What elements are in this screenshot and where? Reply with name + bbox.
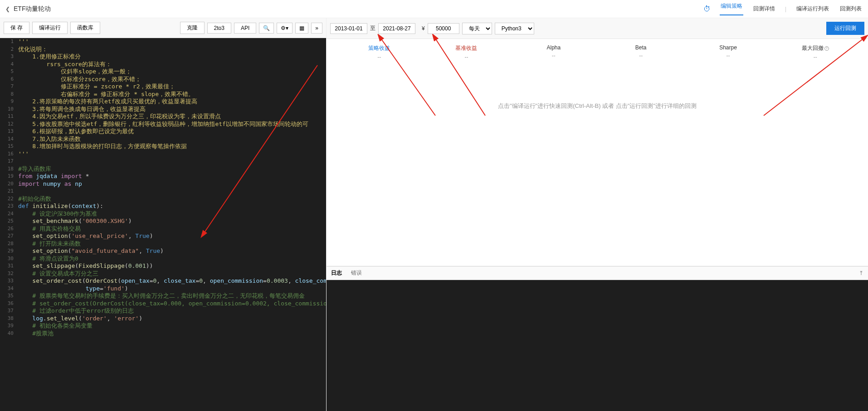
clone-button[interactable]: 克隆 (180, 22, 205, 34)
date-to-input[interactable] (378, 23, 415, 34)
help-icon[interactable]: ? (824, 46, 829, 51)
page-title: ETF动量轮动 (14, 5, 51, 13)
expand-icon[interactable]: ⤒ (859, 270, 863, 276)
code-editor[interactable]: 12345 678910 1112131415 1617181920 21222… (0, 38, 326, 411)
tab-edit-strategy[interactable]: 编辑策略 (720, 2, 743, 15)
metric-strategy-return: 策略收益 (336, 44, 423, 52)
search-icon[interactable]: 🔍 (259, 23, 274, 34)
date-from-input[interactable] (330, 23, 367, 34)
header: ❮ ETF动量轮动 ⏱ 编辑策略 回测详情 | 编译运行列表 回测列表 (0, 0, 868, 18)
api-button[interactable]: API (234, 23, 256, 34)
run-backtest-button[interactable]: 运行回测 (826, 22, 864, 35)
metric-sharpe: Sharpe (684, 44, 771, 51)
params-bar: 至 ¥ 每天 Python3 运行回测 (327, 18, 868, 39)
line-gutter: 12345 678910 1112131415 1617181920 21222… (0, 38, 16, 337)
left-panel: 保 存 编译运行 函数库 克隆 2to3 API 🔍 ⚙▾ ▦ » 12345 … (0, 18, 327, 411)
log-tab-error[interactable]: 错误 (351, 268, 362, 278)
metric-beta: Beta (597, 44, 684, 51)
metric-alpha: Alpha (510, 44, 597, 51)
log-tab-log[interactable]: 日志 (331, 268, 342, 278)
metric-benchmark-return: 基准收益 (423, 44, 510, 52)
grid-icon[interactable]: ▦ (295, 23, 308, 34)
save-button[interactable]: 保 存 (4, 22, 29, 34)
hint-text: 点击"编译运行"进行快速回测(Ctrl-Alt-B) 或者 点击"运行回测"进行… (498, 102, 697, 110)
hint-area: 点击"编译运行"进行快速回测(Ctrl-Alt-B) 或者 点击"运行回测"进行… (327, 66, 868, 266)
funclib-button[interactable]: 函数库 (70, 22, 100, 34)
back-icon[interactable]: ❮ (5, 6, 10, 12)
editor-toolbar: 保 存 编译运行 函数库 克隆 2to3 API 🔍 ⚙▾ ▦ » (0, 18, 326, 38)
right-panel: 至 ¥ 每天 Python3 运行回测 策略收益-- 基准收益-- Alpha-… (327, 18, 868, 411)
tab-backtest-list[interactable]: 回测列表 (839, 5, 863, 13)
tab-compile-list[interactable]: 编译运行列表 (795, 5, 830, 13)
tab-backtest-detail[interactable]: 回测详情 (752, 5, 776, 13)
separator: | (785, 6, 786, 12)
date-separator: 至 (370, 24, 375, 32)
timer-icon[interactable]: ⏱ (703, 5, 711, 13)
currency-symbol: ¥ (422, 25, 425, 32)
metric-max-drawdown: 最大回撤? (772, 44, 859, 52)
more-icon[interactable]: » (311, 23, 322, 34)
metrics-row: 策略收益-- 基准收益-- Alpha-- Beta-- Sharpe-- 最大… (327, 39, 868, 66)
gear-icon[interactable]: ⚙▾ (277, 23, 293, 34)
log-panel: 日志 错误 ⤒ (327, 266, 868, 411)
frequency-select[interactable]: 每天 (462, 23, 492, 34)
language-select[interactable]: Python3 (495, 23, 534, 34)
capital-input[interactable] (428, 23, 459, 34)
2to3-button[interactable]: 2to3 (207, 23, 231, 34)
log-body (327, 280, 868, 411)
compile-button[interactable]: 编译运行 (32, 22, 68, 34)
